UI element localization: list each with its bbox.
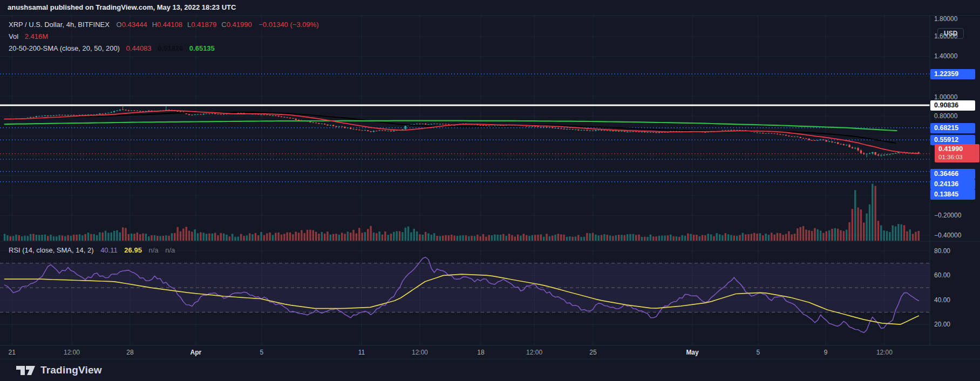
ohlc-label-O: O [117, 21, 122, 29]
price-scale-label: 60.00 [934, 271, 950, 279]
rsi-indicator-label[interactable]: RSI (14, close, SMA, 14, 2) [9, 246, 94, 254]
sma200-value: 0.65135 [189, 44, 215, 52]
rsi-upper-band-value: n/a [149, 246, 159, 254]
time-axis-label: May [686, 349, 698, 356]
publish-info: anushsamal published on TradingView.com,… [0, 0, 980, 15]
sma-indicator-label[interactable]: 20-50-200-SMA (close, 20, 50, 200) [9, 44, 120, 52]
rsi-value: 40.11 [100, 246, 118, 254]
price-scale-label: 1.60000 [934, 32, 957, 40]
volume-value: 2.416M [25, 32, 48, 40]
chart-plot-area[interactable] [0, 0, 980, 381]
ohlc-label-C: C [221, 21, 226, 29]
time-axis-label: 9 [824, 349, 828, 356]
time-axis-label: 5 [260, 349, 264, 356]
price-scale-label: −0.20000 [934, 212, 961, 219]
volume-row: Vol 2.416M [9, 31, 319, 43]
time-axis-label: 18 [477, 349, 484, 356]
rsi-band [0, 263, 930, 312]
price-level-badge: 1.22359 [930, 69, 975, 79]
time-axis-label: Apr [190, 349, 202, 356]
price-scale-label: 0.80000 [934, 112, 957, 120]
time-axis-label: 12:00 [876, 349, 893, 356]
symbol-row: XRP / U.S. Dollar, 4h, BITFINEX O0.43444… [9, 19, 319, 31]
price-level-badge: 0.55912 [930, 135, 975, 145]
price-scale-label: 1.40000 [934, 52, 957, 60]
sma-row: 20-50-200-SMA (close, 20, 50, 200) 0.440… [9, 43, 319, 55]
ohlc-label-H: H [152, 21, 157, 29]
tradingview-logo-icon [16, 363, 36, 378]
symbol-title[interactable]: XRP / U.S. Dollar, 4h, BITFINEX [9, 21, 110, 29]
ohlc-value-H: 0.44108 [157, 21, 182, 29]
plot-layers [0, 15, 930, 345]
price-scale-label: 1.80000 [934, 15, 957, 23]
time-axis-label: 12:00 [526, 349, 542, 356]
time-axis-label: 21 [9, 349, 16, 356]
price-scale-label: 80.00 [934, 247, 950, 255]
sma200-line [5, 121, 897, 131]
bar-countdown: 01:36:03 [938, 153, 979, 161]
time-axis-label: 28 [126, 349, 133, 356]
price-level-badge: 0.24136 [930, 179, 975, 189]
footer-bar: TradingView [0, 359, 980, 381]
rsi-lower-band-value: n/a [165, 246, 175, 254]
price-level-badge: 0.13845 [930, 189, 975, 200]
time-axis-label: 12:00 [412, 349, 428, 356]
header-divider [0, 15, 980, 16]
volume-series [4, 184, 920, 241]
time-axis-label: 5 [757, 349, 760, 356]
ohlc-value-L: 0.41879 [191, 21, 216, 29]
volume-label: Vol [9, 32, 18, 40]
price-scale-label: 20.00 [934, 321, 950, 328]
sma20-line [5, 111, 919, 154]
rsi-row: RSI (14, close, SMA, 14, 2) 40.11 26.95 … [9, 244, 175, 256]
price-scale-label: −0.40000 [934, 232, 961, 239]
tradingview-wordmark: TradingView [40, 364, 102, 376]
horizontal-level-lines[interactable] [0, 74, 930, 182]
price-level-badge: 0.36466 [930, 169, 975, 179]
tradingview-logo-link[interactable]: TradingView [16, 363, 102, 378]
time-axis-label: 25 [589, 349, 596, 356]
price-change: −0.01340 (−3.09%) [258, 21, 318, 29]
ohlc-value-C: 0.41990 [227, 21, 252, 29]
time-axis[interactable]: 2112:0028Apr51112:001812:0025May5912:00 [0, 345, 930, 359]
symbol-legend[interactable]: XRP / U.S. Dollar, 4h, BITFINEX O0.43444… [9, 19, 319, 55]
sma50-line [5, 112, 896, 143]
price-scale-label: 1.00000 [934, 93, 957, 101]
price-axis[interactable]: USD 1.800001.600001.400001.000000.80000−… [930, 15, 980, 345]
ohlc-values: O0.43444H0.44108L0.41879C0.41990 [112, 21, 252, 29]
rsi-sma-value: 26.95 [124, 246, 142, 254]
ohlc-value-O: 0.43444 [122, 21, 147, 29]
sma50-value: 0.51820 [158, 44, 183, 52]
rsi-legend[interactable]: RSI (14, close, SMA, 14, 2) 40.11 26.95 … [9, 244, 175, 256]
tradingview-published-chart: anushsamal published on TradingView.com,… [0, 0, 980, 381]
price-level-badge: 0.68215 [930, 123, 975, 133]
last-price-badge: 0.4199001:36:03 [935, 144, 979, 162]
time-axis-label: 11 [358, 349, 365, 356]
time-axis-label: 12:00 [64, 349, 80, 356]
sma20-value: 0.44083 [126, 44, 152, 52]
price-scale-label: 40.00 [934, 296, 950, 304]
price-level-badge: 0.90836 [930, 100, 975, 111]
